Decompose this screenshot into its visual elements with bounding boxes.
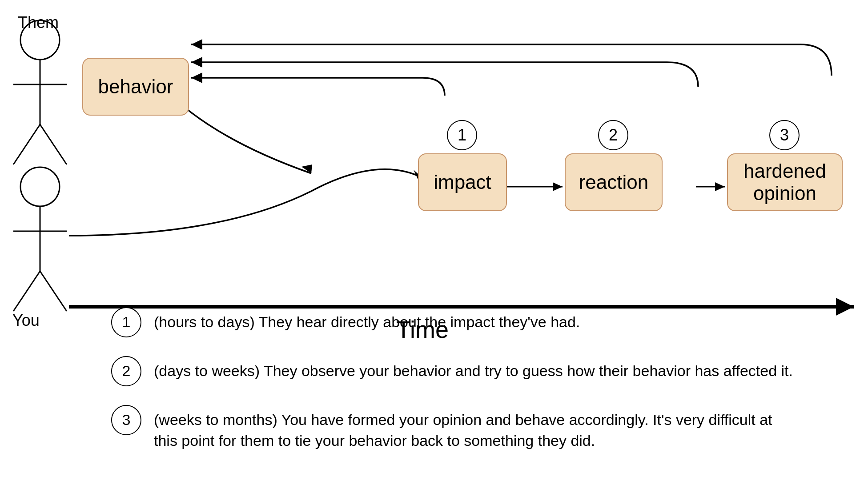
legend: 1 (hours to days) They hear directly abo…	[111, 307, 793, 470]
svg-marker-10	[191, 39, 202, 50]
svg-marker-18	[715, 182, 725, 191]
behavior-box: behavior	[82, 58, 189, 116]
legend-item-3: 3 (weeks to months) You have formed your…	[111, 405, 793, 452]
circle-1: 1	[447, 120, 477, 150]
svg-point-5	[20, 167, 60, 206]
legend-circle-2: 2	[111, 356, 141, 386]
legend-text-3: (weeks to months) You have formed your o…	[154, 405, 776, 452]
legend-text-2: (days to weeks) They observe your behavi…	[154, 356, 793, 382]
impact-box: impact	[418, 153, 507, 211]
reaction-box: reaction	[565, 153, 663, 211]
legend-item-2: 2 (days to weeks) They observe your beha…	[111, 356, 793, 386]
svg-line-9	[40, 271, 67, 311]
you-label: You	[12, 311, 40, 330]
legend-circle-3: 3	[111, 405, 141, 435]
svg-marker-12	[191, 72, 202, 83]
diagram-container: Them You behavior impact reaction harden…	[0, 0, 868, 497]
svg-marker-20	[836, 298, 854, 316]
svg-line-3	[13, 124, 40, 164]
circle-3: 3	[769, 120, 800, 150]
hardened-opinion-box: hardened opinion	[727, 153, 843, 211]
svg-marker-16	[553, 182, 563, 191]
svg-line-4	[40, 124, 67, 164]
circle-2: 2	[598, 120, 628, 150]
legend-circle-1: 1	[111, 307, 141, 337]
legend-text-1: (hours to days) They hear directly about…	[154, 307, 580, 333]
them-label: Them	[18, 13, 59, 32]
legend-item-1: 1 (hours to days) They hear directly abo…	[111, 307, 793, 337]
svg-line-8	[13, 271, 40, 311]
svg-marker-11	[191, 57, 202, 68]
